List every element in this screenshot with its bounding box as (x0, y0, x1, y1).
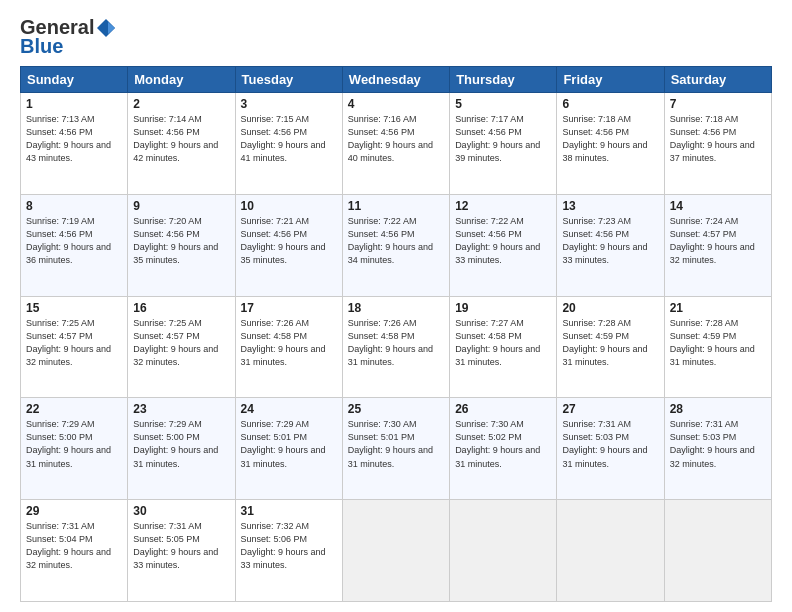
day-info: Sunrise: 7:30 AMSunset: 5:02 PMDaylight:… (455, 418, 551, 470)
day-number: 14 (670, 199, 766, 213)
day-number: 16 (133, 301, 229, 315)
day-number: 8 (26, 199, 122, 213)
calendar-cell: 16 Sunrise: 7:25 AMSunset: 4:57 PMDaylig… (128, 296, 235, 398)
day-info: Sunrise: 7:15 AMSunset: 4:56 PMDaylight:… (241, 113, 337, 165)
day-info: Sunrise: 7:17 AMSunset: 4:56 PMDaylight:… (455, 113, 551, 165)
calendar-cell: 15 Sunrise: 7:25 AMSunset: 4:57 PMDaylig… (21, 296, 128, 398)
day-number: 12 (455, 199, 551, 213)
day-info: Sunrise: 7:21 AMSunset: 4:56 PMDaylight:… (241, 215, 337, 267)
day-number: 24 (241, 402, 337, 416)
day-number: 1 (26, 97, 122, 111)
calendar-cell: 3 Sunrise: 7:15 AMSunset: 4:56 PMDayligh… (235, 93, 342, 195)
calendar-cell: 26 Sunrise: 7:30 AMSunset: 5:02 PMDaylig… (450, 398, 557, 500)
calendar-cell: 25 Sunrise: 7:30 AMSunset: 5:01 PMDaylig… (342, 398, 449, 500)
calendar-header-row: SundayMondayTuesdayWednesdayThursdayFrid… (21, 67, 772, 93)
calendar-cell: 9 Sunrise: 7:20 AMSunset: 4:56 PMDayligh… (128, 194, 235, 296)
day-info: Sunrise: 7:18 AMSunset: 4:56 PMDaylight:… (562, 113, 658, 165)
day-info: Sunrise: 7:23 AMSunset: 4:56 PMDaylight:… (562, 215, 658, 267)
calendar-cell: 10 Sunrise: 7:21 AMSunset: 4:56 PMDaylig… (235, 194, 342, 296)
calendar-cell: 28 Sunrise: 7:31 AMSunset: 5:03 PMDaylig… (664, 398, 771, 500)
calendar-cell: 18 Sunrise: 7:26 AMSunset: 4:58 PMDaylig… (342, 296, 449, 398)
calendar-cell: 24 Sunrise: 7:29 AMSunset: 5:01 PMDaylig… (235, 398, 342, 500)
day-header-thursday: Thursday (450, 67, 557, 93)
day-header-tuesday: Tuesday (235, 67, 342, 93)
day-info: Sunrise: 7:29 AMSunset: 5:00 PMDaylight:… (133, 418, 229, 470)
day-number: 23 (133, 402, 229, 416)
day-number: 21 (670, 301, 766, 315)
calendar-cell: 21 Sunrise: 7:28 AMSunset: 4:59 PMDaylig… (664, 296, 771, 398)
page: General Blue SundayMondayTuesdayWednesda… (0, 0, 792, 612)
calendar-cell: 27 Sunrise: 7:31 AMSunset: 5:03 PMDaylig… (557, 398, 664, 500)
calendar-cell: 22 Sunrise: 7:29 AMSunset: 5:00 PMDaylig… (21, 398, 128, 500)
day-number: 4 (348, 97, 444, 111)
day-info: Sunrise: 7:26 AMSunset: 4:58 PMDaylight:… (241, 317, 337, 369)
logo-blue-text: Blue (20, 35, 63, 58)
day-number: 3 (241, 97, 337, 111)
calendar-table: SundayMondayTuesdayWednesdayThursdayFrid… (20, 66, 772, 602)
calendar-cell (664, 500, 771, 602)
day-info: Sunrise: 7:28 AMSunset: 4:59 PMDaylight:… (562, 317, 658, 369)
day-number: 6 (562, 97, 658, 111)
day-info: Sunrise: 7:16 AMSunset: 4:56 PMDaylight:… (348, 113, 444, 165)
day-info: Sunrise: 7:32 AMSunset: 5:06 PMDaylight:… (241, 520, 337, 572)
calendar-week-row: 1 Sunrise: 7:13 AMSunset: 4:56 PMDayligh… (21, 93, 772, 195)
day-info: Sunrise: 7:31 AMSunset: 5:03 PMDaylight:… (562, 418, 658, 470)
day-info: Sunrise: 7:28 AMSunset: 4:59 PMDaylight:… (670, 317, 766, 369)
calendar-cell: 6 Sunrise: 7:18 AMSunset: 4:56 PMDayligh… (557, 93, 664, 195)
day-number: 30 (133, 504, 229, 518)
day-number: 9 (133, 199, 229, 213)
day-info: Sunrise: 7:29 AMSunset: 5:01 PMDaylight:… (241, 418, 337, 470)
day-info: Sunrise: 7:22 AMSunset: 4:56 PMDaylight:… (348, 215, 444, 267)
day-info: Sunrise: 7:25 AMSunset: 4:57 PMDaylight:… (26, 317, 122, 369)
logo: General Blue (20, 16, 118, 58)
day-header-sunday: Sunday (21, 67, 128, 93)
calendar-cell: 8 Sunrise: 7:19 AMSunset: 4:56 PMDayligh… (21, 194, 128, 296)
calendar-cell (450, 500, 557, 602)
day-header-monday: Monday (128, 67, 235, 93)
calendar-cell: 23 Sunrise: 7:29 AMSunset: 5:00 PMDaylig… (128, 398, 235, 500)
calendar-week-row: 15 Sunrise: 7:25 AMSunset: 4:57 PMDaylig… (21, 296, 772, 398)
day-info: Sunrise: 7:13 AMSunset: 4:56 PMDaylight:… (26, 113, 122, 165)
calendar-cell: 14 Sunrise: 7:24 AMSunset: 4:57 PMDaylig… (664, 194, 771, 296)
day-header-wednesday: Wednesday (342, 67, 449, 93)
calendar-cell: 1 Sunrise: 7:13 AMSunset: 4:56 PMDayligh… (21, 93, 128, 195)
day-info: Sunrise: 7:24 AMSunset: 4:57 PMDaylight:… (670, 215, 766, 267)
header: General Blue (20, 16, 772, 58)
day-info: Sunrise: 7:30 AMSunset: 5:01 PMDaylight:… (348, 418, 444, 470)
day-info: Sunrise: 7:22 AMSunset: 4:56 PMDaylight:… (455, 215, 551, 267)
calendar-week-row: 29 Sunrise: 7:31 AMSunset: 5:04 PMDaylig… (21, 500, 772, 602)
day-number: 15 (26, 301, 122, 315)
calendar-cell: 7 Sunrise: 7:18 AMSunset: 4:56 PMDayligh… (664, 93, 771, 195)
calendar-cell: 4 Sunrise: 7:16 AMSunset: 4:56 PMDayligh… (342, 93, 449, 195)
calendar-cell: 12 Sunrise: 7:22 AMSunset: 4:56 PMDaylig… (450, 194, 557, 296)
day-number: 25 (348, 402, 444, 416)
calendar-cell: 11 Sunrise: 7:22 AMSunset: 4:56 PMDaylig… (342, 194, 449, 296)
day-number: 11 (348, 199, 444, 213)
day-header-friday: Friday (557, 67, 664, 93)
day-info: Sunrise: 7:25 AMSunset: 4:57 PMDaylight:… (133, 317, 229, 369)
calendar-cell: 5 Sunrise: 7:17 AMSunset: 4:56 PMDayligh… (450, 93, 557, 195)
day-number: 7 (670, 97, 766, 111)
calendar-cell (557, 500, 664, 602)
calendar-week-row: 22 Sunrise: 7:29 AMSunset: 5:00 PMDaylig… (21, 398, 772, 500)
day-number: 2 (133, 97, 229, 111)
day-number: 18 (348, 301, 444, 315)
day-info: Sunrise: 7:31 AMSunset: 5:03 PMDaylight:… (670, 418, 766, 470)
calendar-cell: 2 Sunrise: 7:14 AMSunset: 4:56 PMDayligh… (128, 93, 235, 195)
calendar-cell: 30 Sunrise: 7:31 AMSunset: 5:05 PMDaylig… (128, 500, 235, 602)
calendar-cell: 31 Sunrise: 7:32 AMSunset: 5:06 PMDaylig… (235, 500, 342, 602)
calendar-cell (342, 500, 449, 602)
calendar-cell: 29 Sunrise: 7:31 AMSunset: 5:04 PMDaylig… (21, 500, 128, 602)
day-number: 19 (455, 301, 551, 315)
calendar-cell: 17 Sunrise: 7:26 AMSunset: 4:58 PMDaylig… (235, 296, 342, 398)
day-number: 22 (26, 402, 122, 416)
day-number: 27 (562, 402, 658, 416)
day-number: 10 (241, 199, 337, 213)
day-number: 31 (241, 504, 337, 518)
day-number: 5 (455, 97, 551, 111)
day-info: Sunrise: 7:26 AMSunset: 4:58 PMDaylight:… (348, 317, 444, 369)
calendar-cell: 13 Sunrise: 7:23 AMSunset: 4:56 PMDaylig… (557, 194, 664, 296)
calendar-cell: 19 Sunrise: 7:27 AMSunset: 4:58 PMDaylig… (450, 296, 557, 398)
day-info: Sunrise: 7:31 AMSunset: 5:04 PMDaylight:… (26, 520, 122, 572)
day-number: 26 (455, 402, 551, 416)
